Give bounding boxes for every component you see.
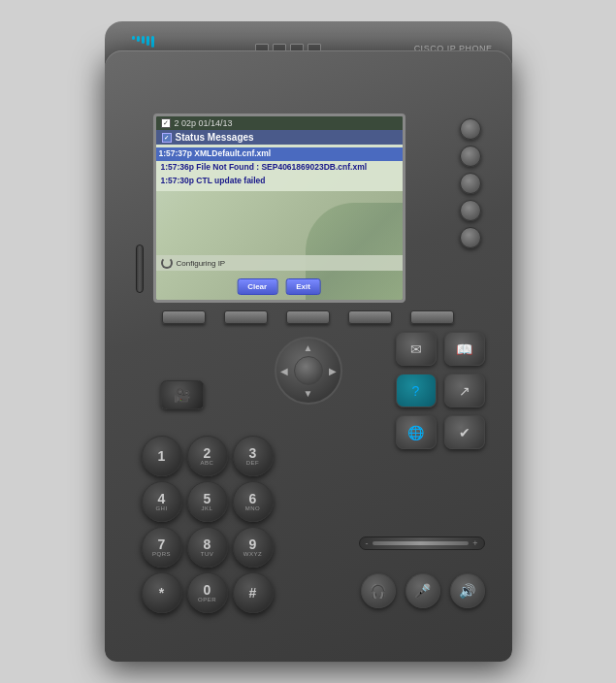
- left-volume-grip[interactable]: [136, 244, 144, 293]
- softkey-4[interactable]: [348, 310, 392, 324]
- settings-button[interactable]: 🌐: [396, 415, 437, 449]
- mute-button[interactable]: 🎤: [405, 573, 440, 608]
- help-button[interactable]: ?: [396, 374, 437, 407]
- side-btn-3[interactable]: [460, 173, 481, 194]
- status-messages-bar: ✓ Status Messages: [156, 130, 403, 145]
- phone-body: ✓ 2 02p 01/14/13 ✓ Status Messages 1:57:…: [105, 50, 512, 662]
- side-btn-1[interactable]: [460, 118, 481, 140]
- nav-right-arrow: ▶: [329, 366, 337, 376]
- nav-outer[interactable]: ▲ ▼ ◀ ▶: [275, 337, 342, 405]
- volume-track: [373, 541, 470, 545]
- cisco-bars: [132, 36, 154, 48]
- key-6[interactable]: 6 MNO: [233, 481, 274, 522]
- softkey-3[interactable]: [286, 310, 330, 324]
- configuring-icon: [161, 257, 173, 269]
- bar-1: [132, 36, 135, 40]
- screen-footer: Configuring IP: [156, 255, 403, 271]
- side-btn-4[interactable]: [460, 200, 481, 221]
- key-9[interactable]: 9 WXYZ: [233, 527, 274, 568]
- status-line-3: 1:57:30p CTL update failed: [161, 175, 398, 188]
- nav-down-arrow: ▼: [304, 388, 313, 399]
- nav-disc[interactable]: ▲ ▼ ◀ ▶: [275, 337, 342, 405]
- bar-3: [142, 36, 145, 44]
- func-row-2: ? ↗: [396, 374, 485, 407]
- exit-button[interactable]: Exit: [285, 278, 321, 295]
- func-row-1: ✉ 📖: [396, 332, 485, 366]
- hold-button[interactable]: ✔: [444, 415, 485, 449]
- messages-button[interactable]: ✉: [396, 332, 437, 366]
- func-buttons: ✉ 📖 ? ↗ 🌐 ✔: [396, 332, 485, 449]
- status-line-2: 1:57:36p File Not Found : SEP4061869023D…: [161, 161, 398, 175]
- softkey-1[interactable]: [162, 310, 206, 324]
- screen: ✓ 2 02p 01/14/13 ✓ Status Messages 1:57:…: [156, 116, 403, 300]
- help-icon: ?: [412, 383, 420, 399]
- mute-icon: 🎤: [414, 583, 431, 599]
- key-hash[interactable]: #: [233, 572, 274, 613]
- key-5[interactable]: 5 JKL: [187, 481, 228, 522]
- nav-up-arrow: ▲: [304, 342, 313, 353]
- transfer-button[interactable]: ↗: [444, 374, 485, 407]
- key-3[interactable]: 3 DEF: [233, 436, 274, 476]
- headset-button[interactable]: 🎧: [361, 573, 396, 608]
- key-8[interactable]: 8 TUV: [187, 527, 228, 568]
- nav-left-arrow: ◀: [280, 366, 288, 376]
- volume-minus: -: [366, 538, 369, 548]
- func-row-3: 🌐 ✔: [396, 415, 485, 449]
- screen-checkbox: ✓: [161, 118, 171, 128]
- screen-footer-text: Configuring IP: [177, 259, 226, 268]
- settings-icon: 🌐: [407, 425, 424, 440]
- key-star[interactable]: *: [142, 572, 182, 613]
- keypad: 1 2 ABC 3 DEF 4 GHI 5 JKL 6 MNO: [142, 436, 274, 613]
- volume-slider[interactable]: - +: [359, 537, 485, 550]
- headset-icon: 🎧: [370, 583, 386, 599]
- bottom-buttons: 🎧 🎤 🔊: [361, 573, 485, 608]
- bar-4: [146, 36, 149, 46]
- screen-header-bar: ✓ 2 02p 01/14/13: [156, 116, 403, 130]
- phone: CISCO CISCO IP PHONE ✓ 2 02p 01/14/13: [76, 21, 541, 662]
- status-line-1: 1:57:37p XMLDefault.cnf.xml: [156, 147, 403, 161]
- directory-icon: 📖: [456, 342, 472, 357]
- key-7[interactable]: 7 PQRS: [142, 527, 182, 568]
- side-btn-2[interactable]: [460, 146, 481, 167]
- directory-button[interactable]: 📖: [444, 332, 485, 366]
- screen-time: 2 02p 01/14/13: [175, 118, 233, 128]
- screen-title: Status Messages: [176, 132, 254, 143]
- speaker-icon: 🔊: [459, 583, 475, 599]
- screen-area: ✓ 2 02p 01/14/13 ✓ Status Messages 1:57:…: [153, 114, 405, 303]
- screen-buttons: Clear Exit: [237, 278, 321, 295]
- messages-icon: ✉: [410, 342, 422, 357]
- key-0[interactable]: 0 OPER: [187, 572, 228, 613]
- screen-status-row: ✓ 2 02p 01/14/13: [161, 118, 233, 128]
- softkey-row: [153, 310, 464, 324]
- video-button[interactable]: 🎥: [160, 380, 204, 409]
- status-messages-icon: ✓: [162, 133, 172, 143]
- key-4[interactable]: 4 GHI: [142, 481, 182, 522]
- side-btn-5[interactable]: [460, 227, 481, 248]
- bar-5: [151, 36, 154, 48]
- hold-icon: ✔: [459, 425, 470, 440]
- softkey-2[interactable]: [224, 310, 268, 324]
- nav-select-button[interactable]: [294, 356, 323, 385]
- video-icon: 🎥: [174, 387, 190, 403]
- softkey-5[interactable]: [410, 310, 454, 324]
- volume-plus: +: [472, 538, 477, 548]
- clear-button[interactable]: Clear: [237, 278, 277, 295]
- screen-content: 1:57:37p XMLDefault.cnf.xml 1:57:36p Fil…: [156, 145, 403, 191]
- speaker-button[interactable]: 🔊: [450, 573, 485, 608]
- bar-2: [137, 36, 140, 42]
- side-buttons-right: [460, 118, 481, 248]
- transfer-icon: ↗: [459, 383, 470, 399]
- key-2[interactable]: 2 ABC: [187, 436, 228, 476]
- key-1[interactable]: 1: [142, 436, 182, 476]
